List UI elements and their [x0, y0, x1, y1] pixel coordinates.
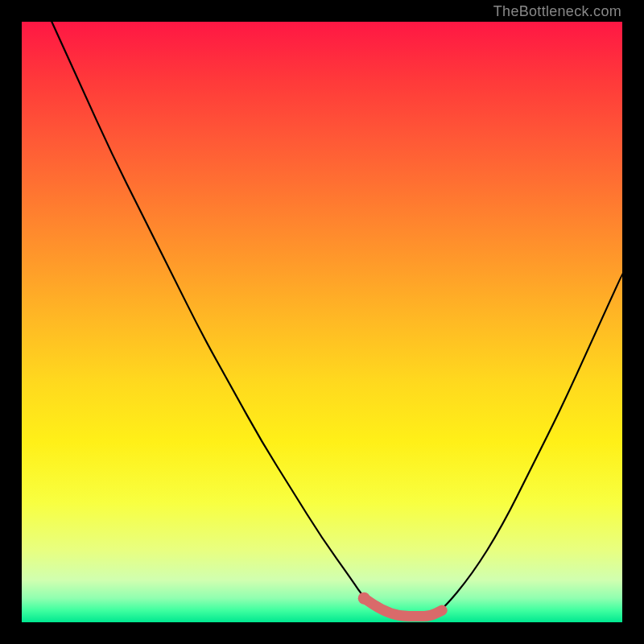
optimal-marker	[358, 592, 370, 605]
svg-point-0	[358, 592, 370, 605]
optimal-zone-path	[364, 598, 442, 616]
watermark-text: TheBottleneck.com	[493, 3, 621, 20]
chart-svg	[22, 22, 622, 622]
bottleneck-curve-path	[52, 22, 622, 617]
chart-container	[22, 22, 622, 622]
